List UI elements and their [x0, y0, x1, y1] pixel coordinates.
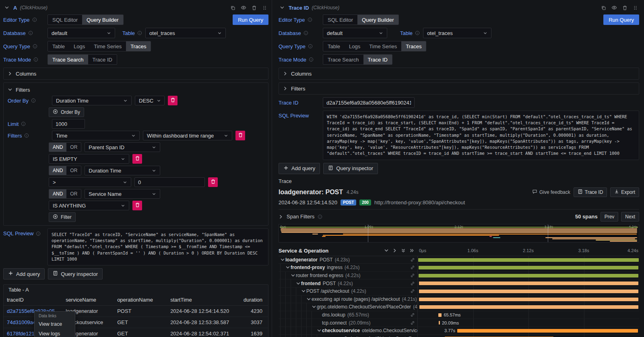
trace-search-option[interactable]: Trace Search — [323, 55, 363, 64]
info-icon[interactable] — [33, 44, 37, 49]
filter-operator-select[interactable]: IS EMPTY — [49, 154, 129, 164]
collapse-span-icon[interactable] — [301, 289, 306, 294]
query-type-table[interactable]: Table — [48, 41, 69, 51]
remove-order-by-button[interactable] — [168, 96, 178, 105]
info-icon[interactable] — [318, 214, 322, 219]
span-bar[interactable] — [457, 329, 638, 333]
add-query-button[interactable]: Add query — [3, 268, 45, 279]
collapse-span-icon[interactable] — [312, 304, 317, 309]
filter-field-select[interactable]: Duration Time — [85, 166, 160, 175]
trace-id-option[interactable]: Trace ID — [88, 55, 117, 64]
limit-input[interactable] — [52, 119, 85, 129]
collapse-query-icon[interactable] — [279, 5, 286, 10]
query-type-traces[interactable]: Traces — [401, 41, 426, 51]
remove-filter-button[interactable] — [235, 131, 245, 140]
collapse-one-icon[interactable] — [384, 248, 389, 253]
query-type-timeseries[interactable]: Time Series — [365, 41, 401, 51]
span-link-icon[interactable] — [409, 321, 417, 325]
chevron-right-icon[interactable] — [279, 214, 283, 219]
hide-query-icon[interactable] — [239, 5, 248, 10]
minimap-cursor[interactable] — [368, 224, 368, 242]
filter-operator-select[interactable]: IS ANYTHING — [49, 201, 129, 210]
filter-operator-select[interactable]: Within dashboard time range — [143, 131, 232, 140]
add-filter-button[interactable]: Filter — [49, 212, 76, 222]
drag-handle-icon[interactable] — [632, 5, 639, 10]
query-type-timeseries[interactable]: Time Series — [89, 41, 126, 51]
collapse-query-icon[interactable] — [3, 5, 10, 10]
query-inspector-button[interactable]: Query inspector — [48, 268, 103, 279]
view-logs-menu-item[interactable]: View logs — [35, 329, 75, 337]
col-header[interactable]: traceID — [4, 294, 62, 306]
expand-one-icon[interactable] — [392, 248, 397, 253]
span-bar[interactable] — [438, 313, 442, 317]
collapse-span-icon[interactable] — [285, 265, 291, 270]
table-select[interactable]: otel_traces — [423, 28, 491, 38]
info-icon[interactable] — [36, 231, 41, 236]
span-link-icon[interactable] — [409, 257, 417, 262]
info-icon[interactable] — [21, 121, 26, 126]
filter-value-input[interactable] — [134, 177, 205, 187]
info-icon[interactable] — [28, 31, 33, 35]
prev-button[interactable]: Prev — [601, 212, 619, 222]
query-type-traces[interactable]: Traces — [126, 41, 151, 51]
info-icon[interactable] — [308, 44, 313, 49]
collapse-span-icon[interactable] — [280, 257, 285, 262]
span-link-icon[interactable] — [409, 312, 417, 317]
duplicate-query-icon[interactable] — [600, 5, 607, 10]
info-icon[interactable] — [309, 57, 314, 62]
info-icon[interactable] — [32, 17, 37, 22]
span-bar[interactable] — [419, 298, 638, 301]
and-option[interactable]: AND — [49, 166, 66, 175]
trace-search-option[interactable]: Trace Search — [48, 55, 88, 64]
duplicate-query-icon[interactable] — [229, 5, 237, 10]
span-row[interactable]: POST /api/checkout(4.22s) — [279, 288, 639, 296]
minimap-cursor[interactable] — [548, 224, 548, 242]
collapse-span-icon[interactable] — [306, 297, 312, 302]
collapse-all-icon[interactable] — [401, 248, 406, 253]
remove-filter-button[interactable] — [208, 177, 218, 187]
query-type-logs[interactable]: Logs — [69, 41, 89, 51]
give-feedback-link[interactable]: Give feedback — [532, 189, 570, 195]
span-row[interactable]: frontendPOST(4.22s) — [279, 279, 639, 288]
col-header[interactable]: operationName — [114, 294, 167, 306]
info-icon[interactable] — [31, 98, 36, 103]
order-by-direction-select[interactable]: DESC — [135, 96, 165, 105]
span-row[interactable]: router frontend egress(4.22s) — [279, 272, 639, 280]
col-header[interactable]: startTime — [167, 294, 236, 306]
delete-query-icon[interactable] — [250, 5, 258, 10]
remove-filter-button[interactable] — [132, 154, 142, 164]
export-button[interactable]: Export — [610, 187, 639, 197]
info-icon[interactable] — [33, 57, 38, 62]
span-row[interactable]: dns.lookup(65.57ms)65.57ms — [279, 311, 639, 319]
table-select[interactable]: otel_traces — [145, 28, 226, 38]
col-header[interactable]: serviceName — [62, 294, 114, 306]
span-link-icon[interactable] — [409, 289, 417, 294]
query-type-logs[interactable]: Logs — [345, 41, 365, 51]
expand-all-icon[interactable] — [409, 248, 414, 253]
view-trace-menu-item[interactable]: View trace — [35, 319, 75, 329]
span-row[interactable]: checkoutserviceoteldemo.CheckoutService/… — [279, 327, 639, 335]
remove-filter-button[interactable] — [132, 201, 142, 210]
span-link-icon[interactable] — [409, 265, 417, 270]
add-order-by-button[interactable]: Order By — [49, 107, 84, 117]
filters-section-toggle[interactable]: Filters — [279, 82, 639, 95]
span-filters-label[interactable]: Span Filters — [287, 214, 314, 220]
trace-id-option[interactable]: Trace ID — [363, 55, 392, 64]
database-select[interactable]: default — [323, 28, 387, 38]
filter-field-select[interactable]: Service Name — [85, 189, 160, 199]
trace-minimap[interactable]: 0μs1.06s2.12s3.18s4.24s — [279, 224, 639, 242]
span-bar[interactable] — [419, 266, 639, 269]
span-bar[interactable] — [419, 305, 638, 309]
order-by-field-select[interactable]: Duration Time — [52, 96, 132, 105]
query-type-table[interactable]: Table — [323, 41, 345, 51]
span-bar[interactable] — [419, 282, 639, 285]
sql-editor-option[interactable]: SQL Editor — [48, 15, 82, 25]
span-bar[interactable] — [419, 290, 638, 293]
or-option[interactable]: OR — [66, 189, 81, 198]
or-option[interactable]: OR — [66, 143, 81, 152]
add-query-button[interactable]: Add query — [279, 163, 320, 174]
collapse-span-icon[interactable] — [296, 281, 301, 286]
columns-section-toggle[interactable]: Columns — [279, 68, 639, 80]
span-bar[interactable] — [418, 258, 639, 262]
columns-section-toggle[interactable]: Columns — [3, 68, 268, 80]
